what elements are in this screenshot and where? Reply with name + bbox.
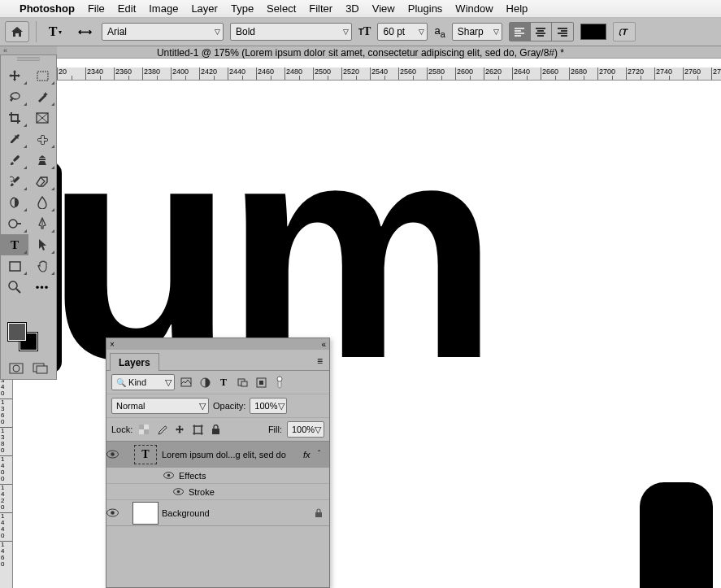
font-size-select[interactable]: 60 pt▽ <box>377 23 428 41</box>
app-name-menu[interactable]: Photoshop <box>20 2 75 15</box>
font-style-value: Bold <box>236 26 255 37</box>
ruler-tick: 2740 <box>654 68 683 80</box>
font-style-select[interactable]: Bold▽ <box>230 23 352 41</box>
align-right-button[interactable] <box>552 23 573 41</box>
align-left-button[interactable] <box>510 23 531 41</box>
chevron-down-icon: ▽ <box>315 425 321 435</box>
vertical-ruler[interactable]: 1 3 4 0 1 3 6 0 1 3 8 0 1 4 0 0 1 4 2 0 … <box>0 370 13 588</box>
ruler-tick: 2400 <box>171 68 199 80</box>
eyedropper-tool[interactable] <box>1 128 28 150</box>
screen-mode-button[interactable] <box>33 363 49 374</box>
font-family-select[interactable]: Arial▽ <box>102 23 224 41</box>
lock-image-button[interactable] <box>155 423 168 436</box>
layer-effects-toggle[interactable]: ˆ <box>318 450 329 459</box>
brush-tool[interactable] <box>1 150 28 171</box>
filter-toggle-switch[interactable] <box>272 375 287 390</box>
menu-filter[interactable]: Filter <box>309 2 332 15</box>
align-center-button[interactable] <box>531 23 552 41</box>
menu-help[interactable]: Help <box>506 2 528 15</box>
lasso-tool[interactable] <box>1 86 28 107</box>
edit-toolbar-button[interactable]: ••• <box>28 277 56 298</box>
home-icon <box>11 26 24 37</box>
filter-adjustment-icon[interactable] <box>198 375 212 390</box>
ruler-tick: 2580 <box>427 68 455 80</box>
ruler-tick: 20 <box>57 68 85 80</box>
panel-close-button[interactable]: × <box>110 340 115 349</box>
gradient-tool[interactable] <box>1 192 28 213</box>
home-button[interactable] <box>5 21 29 42</box>
magic-wand-tool[interactable] <box>28 86 56 107</box>
foreground-color-swatch[interactable] <box>7 322 27 342</box>
layer-filter-kind-select[interactable]: 🔍 Kind▽ <box>111 374 175 390</box>
pen-tool[interactable] <box>28 213 56 234</box>
menu-view[interactable]: View <box>372 2 395 15</box>
layers-tab[interactable]: Layers <box>110 353 159 371</box>
panel-collapse-button[interactable]: « <box>321 340 326 349</box>
toolbox-gripper[interactable] <box>17 57 40 61</box>
history-brush-tool[interactable] <box>1 171 28 192</box>
dodge-tool[interactable] <box>1 213 28 234</box>
type-tool-preset[interactable]: T▾ <box>43 21 67 42</box>
layer-row[interactable]: T Lorem ipsum dol...g elit, sed do fx ˆ <box>106 442 329 468</box>
menu-image[interactable]: Image <box>149 2 178 15</box>
zoom-tool[interactable] <box>1 277 28 298</box>
clone-stamp-tool[interactable] <box>28 150 56 171</box>
menu-type[interactable]: Type <box>231 2 254 15</box>
quick-mask-button[interactable] <box>9 363 24 374</box>
document-title: Untitled-1 @ 175% (Lorem ipsum dolor sit… <box>0 46 721 59</box>
text-orientation-button[interactable]: ⟷T <box>74 21 95 42</box>
toolbox-collapse-tab[interactable]: « <box>0 46 57 54</box>
svg-text:⟷T: ⟷T <box>78 26 92 37</box>
layer-thumbnail[interactable]: T <box>132 443 159 466</box>
path-selection-tool[interactable] <box>28 234 56 255</box>
marquee-tool[interactable] <box>28 65 56 86</box>
layer-visibility-toggle[interactable] <box>106 450 129 459</box>
menu-file[interactable]: File <box>88 2 105 15</box>
horizontal-ruler[interactable]: 20 2340 2360 2380 2400 2420 2440 2460 24… <box>57 68 721 81</box>
menu-3d[interactable]: 3D <box>345 2 359 15</box>
hand-tool[interactable] <box>28 255 56 277</box>
lock-transparency-button[interactable] <box>137 423 150 436</box>
move-tool[interactable] <box>1 65 28 86</box>
filter-smartobject-icon[interactable] <box>254 375 268 390</box>
layer-effects-row[interactable]: Effects <box>106 468 329 484</box>
layer-thumbnail[interactable] <box>132 502 159 525</box>
lock-artboard-button[interactable] <box>191 423 204 436</box>
layer-row[interactable]: Background <box>106 500 329 526</box>
svg-point-57 <box>177 490 180 494</box>
lock-position-button[interactable] <box>173 423 186 436</box>
menu-layer[interactable]: Layer <box>191 2 218 15</box>
layer-effect-stroke-row[interactable]: Stroke <box>106 484 329 500</box>
crop-tool[interactable] <box>1 107 28 128</box>
text-color-swatch[interactable] <box>580 24 606 40</box>
type-tool[interactable]: T <box>1 234 28 255</box>
layer-lock-indicator[interactable] <box>315 508 329 518</box>
divider <box>36 21 37 42</box>
menu-plugins[interactable]: Plugins <box>408 2 443 15</box>
effect-visibility-toggle[interactable] <box>173 488 184 495</box>
warp-text-button[interactable]: ⟮T <box>613 22 636 41</box>
layer-visibility-toggle[interactable] <box>106 508 129 517</box>
filter-shape-icon[interactable] <box>235 375 250 390</box>
filter-type-icon[interactable]: T <box>216 375 231 390</box>
panel-menu-button[interactable]: ≡ <box>314 352 326 370</box>
healing-brush-tool[interactable] <box>28 128 56 150</box>
menu-window[interactable]: Window <box>455 2 493 15</box>
filter-pixel-icon[interactable] <box>179 375 193 390</box>
effect-visibility-toggle[interactable] <box>163 472 174 479</box>
lock-all-button[interactable] <box>209 423 222 436</box>
layer-fx-badge[interactable]: fx <box>303 450 318 460</box>
frame-tool[interactable] <box>28 107 56 128</box>
eraser-tool[interactable] <box>28 171 56 192</box>
layer-name[interactable]: Lorem ipsum dol...g elit, sed do <box>162 450 303 460</box>
rectangle-tool[interactable] <box>1 255 28 277</box>
layer-name[interactable]: Background <box>162 508 315 518</box>
menu-select[interactable]: Select <box>267 2 296 15</box>
opacity-input[interactable]: 100%▽ <box>250 398 287 414</box>
blur-tool[interactable] <box>28 192 56 213</box>
ruler-tick: 1 3 8 0 <box>0 427 12 455</box>
fill-input[interactable]: 100%▽ <box>287 421 324 438</box>
blend-mode-select[interactable]: Normal▽ <box>111 398 209 414</box>
menu-edit[interactable]: Edit <box>118 2 136 15</box>
antialias-select[interactable]: Sharp▽ <box>452 23 502 41</box>
